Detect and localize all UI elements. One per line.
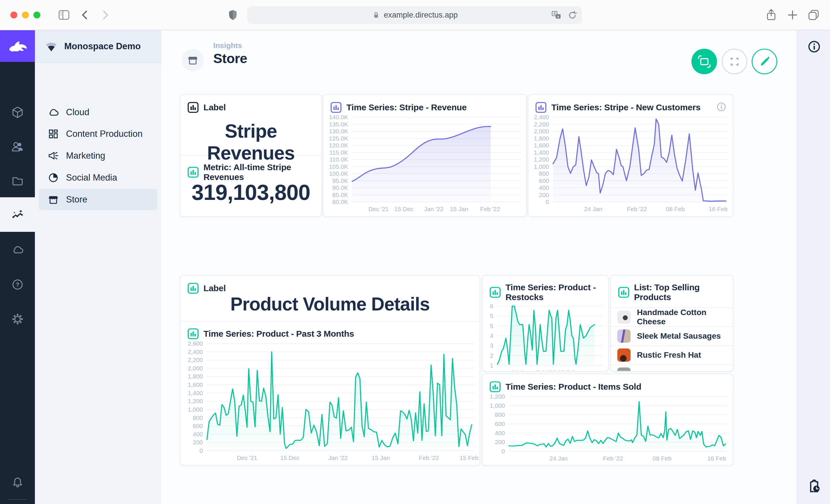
info-sidebar-button[interactable] [807, 40, 821, 55]
zoom-window-button[interactable] [33, 11, 40, 19]
product-thumbnail [617, 310, 631, 324]
activity-log-button[interactable] [807, 479, 822, 495]
svg-text:24 Jan: 24 Jan [550, 455, 568, 462]
svg-text:125.0K: 125.0K [329, 135, 348, 142]
panel-product-restocks[interactable]: Time Series: Product - Restocks 65543212… [482, 275, 609, 372]
module-insights-button[interactable] [0, 197, 35, 232]
sidebar-item-social-media[interactable]: Social Media [39, 167, 157, 188]
list-item[interactable]: Tasty Plastic Shirt [611, 364, 733, 372]
svg-text:105.0K: 105.0K [329, 163, 348, 170]
svg-text:A: A [553, 12, 556, 15]
panel-type-label: Label [203, 103, 226, 112]
svg-text:0: 0 [199, 447, 203, 454]
sidebar-item-content-production[interactable]: Content Production [39, 123, 157, 144]
svg-text:85.0K: 85.0K [332, 192, 348, 198]
label-panel-icon [187, 102, 199, 113]
svg-text:100.0K: 100.0K [329, 170, 348, 177]
address-bar[interactable]: example.directus.app Aa [247, 6, 582, 24]
panel-stripe-revenue[interactable]: Time Series: Stripe - Revenue 140.0K135.… [323, 94, 527, 217]
product-name: Handmade Cotton Cheese [637, 308, 727, 326]
zoom-to-fit-button[interactable] [691, 49, 717, 74]
svg-text:800: 800 [495, 411, 505, 418]
panel-top-selling-products[interactable]: List: Top Selling Products Handmade Cott… [610, 275, 733, 372]
svg-text:200: 200 [495, 439, 505, 445]
svg-text:1,400: 1,400 [188, 390, 203, 396]
svg-text:2,200: 2,200 [534, 121, 549, 128]
sidebar-item-label: Store [66, 194, 87, 205]
metric-title: Metric: All-time Stripe Revenues [203, 162, 314, 182]
svg-text:15 Jan: 15 Jan [450, 206, 468, 212]
dashboard-grid-icon [47, 128, 59, 140]
panel-stripe-label-metric[interactable]: Label Stripe Revenues Metric: All-time S… [180, 94, 322, 217]
list-item[interactable]: Sleek Metal Sausages [611, 326, 733, 345]
sidebar-item-cloud[interactable]: Cloud [39, 102, 157, 123]
module-help-button[interactable]: ? [0, 267, 35, 302]
module-cloud-button[interactable] [0, 232, 35, 267]
module-users-button[interactable] [0, 129, 35, 164]
list-item[interactable]: Handmade Cotton Cheese [611, 307, 733, 326]
svg-text:200: 200 [193, 439, 203, 445]
svg-text:0: 0 [502, 448, 505, 455]
close-window-button[interactable] [10, 11, 17, 19]
svg-text:2: 2 [490, 352, 493, 359]
svg-text:Jan '22: Jan '22 [328, 455, 348, 461]
svg-text:1,800: 1,800 [188, 373, 203, 379]
panel-product-volume[interactable]: Label Product Volume Details Time Series… [180, 275, 480, 466]
svg-text:2,000: 2,000 [188, 365, 203, 372]
svg-text:16 Feb: 16 Feb [707, 455, 726, 462]
privacy-shield-icon[interactable] [226, 8, 240, 22]
svg-text:Feb '22: Feb '22 [536, 369, 556, 372]
module-content-button[interactable] [0, 95, 35, 130]
svg-text:600: 600 [495, 421, 505, 427]
sidebar-item-store[interactable]: Store [39, 189, 157, 210]
svg-text:110.0K: 110.0K [329, 156, 348, 163]
list-item[interactable]: Rustic Fresh Hat [611, 345, 733, 364]
pie-chart-icon [47, 172, 59, 183]
panel-info-icon[interactable] [716, 102, 727, 113]
svg-text:24 Jan: 24 Jan [584, 206, 602, 212]
metric-value: 319,103,800 [181, 180, 321, 205]
panel-stripe-new-customers[interactable]: Time Series: Stripe - New Customers 2,40… [528, 94, 733, 217]
svg-text:15 Dec: 15 Dec [280, 455, 299, 461]
sidebar-item-marketing[interactable]: Marketing [39, 145, 157, 166]
module-settings-button[interactable] [0, 302, 35, 336]
svg-text:120.0K: 120.0K [329, 142, 348, 148]
tab-overview-icon[interactable] [807, 8, 820, 22]
svg-text:15 Feb: 15 Feb [460, 455, 478, 461]
svg-text:0: 0 [546, 198, 549, 205]
minimize-window-button[interactable] [22, 11, 29, 19]
svg-text:1,200: 1,200 [534, 156, 549, 163]
breadcrumb[interactable]: Insights [213, 41, 242, 50]
sidebar-toggle-icon[interactable] [57, 8, 71, 22]
svg-text:3: 3 [490, 342, 493, 349]
svg-text:1,400: 1,400 [534, 149, 549, 156]
directus-logo[interactable] [0, 30, 35, 62]
forward-button[interactable] [99, 8, 112, 22]
svg-text:140.0K: 140.0K [329, 114, 348, 121]
sidebar-item-label: Marketing [66, 150, 105, 161]
reload-icon[interactable] [567, 10, 578, 21]
account-button[interactable] [0, 500, 35, 504]
back-button[interactable] [78, 8, 92, 22]
product-name: Tasty Plastic Shirt [637, 370, 706, 372]
lock-icon [372, 11, 380, 20]
product-thumbnail [617, 348, 631, 362]
share-icon[interactable] [765, 8, 778, 22]
project-header[interactable]: Monospace Demo [35, 30, 161, 63]
fit-screen-icon [697, 55, 711, 69]
module-files-button[interactable] [0, 164, 35, 198]
panel-product-items-sold[interactable]: Time Series: Product - Items Sold 1,2001… [482, 373, 733, 466]
svg-text:1,600: 1,600 [188, 381, 203, 388]
svg-text:5: 5 [490, 312, 493, 319]
svg-text:15 Dec: 15 Dec [394, 206, 414, 212]
notifications-button[interactable] [0, 465, 35, 500]
svg-text:400: 400 [495, 430, 505, 436]
time-series-panel-icon [330, 102, 342, 113]
translate-icon[interactable]: Aa [551, 10, 562, 21]
svg-text:Dec '21: Dec '21 [237, 455, 257, 461]
svg-text:16 Feb: 16 Feb [709, 206, 727, 212]
new-tab-icon[interactable] [786, 8, 799, 22]
fullscreen-button[interactable] [722, 49, 747, 74]
page-title: Store [213, 51, 247, 66]
edit-dashboard-button[interactable] [752, 49, 777, 74]
